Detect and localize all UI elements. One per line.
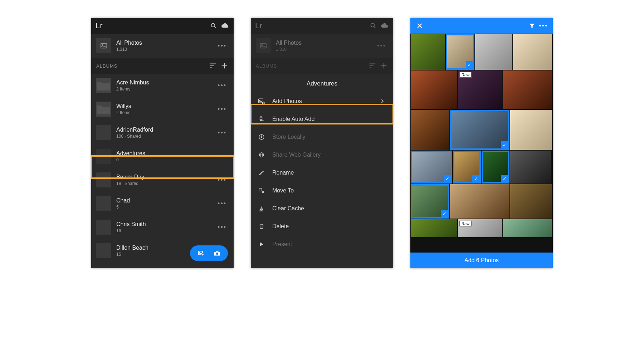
more-icon[interactable]: ••• bbox=[539, 21, 548, 30]
photo-cell[interactable]: ✓ bbox=[450, 110, 509, 150]
album-thumb-empty bbox=[96, 149, 111, 164]
check-icon: ✓ bbox=[444, 175, 451, 182]
menu-item-move-to[interactable]: Move To bbox=[251, 182, 393, 200]
svg-rect-17 bbox=[260, 44, 267, 48]
screen-album-context-menu: Lr All Photos 1,310 ••• ALBUMS bbox=[251, 18, 393, 268]
album-row-chad[interactable]: Chad 5 ••• bbox=[91, 192, 234, 215]
photo-cell[interactable]: Raw bbox=[458, 219, 502, 237]
album-row-chris-smith[interactable]: Chris Smith 16 ••• bbox=[91, 215, 234, 239]
menu-item-enable-auto-add[interactable]: Enable Auto Add bbox=[251, 110, 393, 128]
folder-icon bbox=[96, 102, 111, 117]
move-icon bbox=[257, 186, 266, 195]
cloud-sync-icon[interactable] bbox=[380, 21, 389, 30]
add-album-icon[interactable] bbox=[220, 62, 229, 70]
check-icon: ✓ bbox=[501, 175, 508, 182]
album-sub: 18 · Shared bbox=[116, 181, 210, 186]
all-photos-more-icon[interactable]: ••• bbox=[215, 42, 229, 50]
photo-cell[interactable] bbox=[411, 110, 449, 150]
photo-cell[interactable]: ✓ bbox=[482, 151, 509, 184]
all-photos-count: 1,310 bbox=[276, 47, 370, 52]
photo-cell[interactable]: ✓ bbox=[411, 184, 449, 219]
photo-grid: ✓ Raw ✓ ✓ ✓ ✓ ✓ Raw bbox=[410, 34, 553, 253]
photo-cell[interactable] bbox=[510, 110, 552, 150]
photo-cell[interactable] bbox=[513, 34, 552, 70]
album-more-icon[interactable]: ••• bbox=[215, 129, 229, 137]
photo-cell[interactable]: ✓ bbox=[446, 34, 474, 70]
svg-rect-39 bbox=[259, 188, 262, 191]
albums-header-label: ALBUMS bbox=[256, 63, 277, 69]
album-name: AdrienRadford bbox=[116, 127, 210, 133]
photo-cell[interactable] bbox=[411, 34, 445, 70]
album-row-adrienradford[interactable]: AdrienRadford 100 · Shared ••• bbox=[91, 121, 234, 145]
album-sub: 2 Items bbox=[116, 87, 210, 92]
photo-cell[interactable]: ✓ bbox=[453, 151, 481, 184]
chevron-right-icon bbox=[378, 97, 387, 106]
album-name: Adventures bbox=[116, 150, 210, 157]
sort-icon bbox=[368, 62, 377, 70]
photo-cell[interactable] bbox=[475, 34, 512, 70]
raw-badge: Raw bbox=[459, 221, 472, 226]
svg-rect-5 bbox=[210, 65, 214, 66]
album-sub: 2 Items bbox=[116, 110, 210, 115]
all-photos-count: 1,310 bbox=[116, 47, 210, 52]
search-icon[interactable] bbox=[369, 21, 377, 30]
filter-icon[interactable] bbox=[528, 21, 536, 30]
all-photos-row[interactable]: All Photos 1,310 ••• bbox=[91, 34, 234, 58]
albums-section-header: ALBUMS bbox=[251, 58, 393, 74]
album-more-icon[interactable]: ••• bbox=[215, 200, 229, 207]
menu-item-label: Store Locally bbox=[272, 134, 306, 140]
add-fab[interactable] bbox=[190, 245, 228, 261]
menu-item-delete[interactable]: Delete bbox=[251, 217, 393, 235]
menu-item-add-photos[interactable]: Add Photos bbox=[251, 92, 393, 110]
menu-item-rename[interactable]: Rename bbox=[251, 164, 393, 182]
album-more-icon[interactable]: ••• bbox=[215, 153, 229, 160]
svg-point-15 bbox=[371, 23, 374, 27]
album-more-icon[interactable]: ••• bbox=[215, 224, 229, 231]
album-thumb bbox=[96, 172, 111, 187]
top-bar: Lr bbox=[91, 18, 234, 34]
album-sub: 16 bbox=[116, 228, 210, 233]
auto-add-icon bbox=[257, 115, 266, 123]
photo-cell[interactable] bbox=[411, 70, 457, 109]
photo-cell[interactable] bbox=[503, 219, 552, 237]
search-icon[interactable] bbox=[209, 21, 218, 30]
menu-item-label: Move To bbox=[272, 187, 294, 194]
svg-line-16 bbox=[374, 26, 376, 28]
album-more-icon[interactable]: ••• bbox=[215, 82, 229, 89]
photo-cell[interactable]: ✓ bbox=[411, 151, 452, 184]
all-photos-title: All Photos bbox=[116, 40, 210, 46]
svg-line-43 bbox=[263, 209, 263, 211]
album-more-icon[interactable]: ••• bbox=[215, 176, 229, 184]
svg-line-1 bbox=[214, 26, 216, 28]
app-logo: Lr bbox=[96, 21, 103, 30]
svg-point-18 bbox=[262, 45, 263, 46]
close-icon[interactable] bbox=[415, 21, 424, 30]
add-photos-button[interactable]: Add 6 Photos bbox=[410, 253, 553, 268]
menu-item-share-web-gallery: Share Web Gallery bbox=[251, 146, 393, 164]
all-photos-row: All Photos 1,310 ••• bbox=[251, 34, 393, 58]
album-row-adventures[interactable]: Adventures 0 ••• bbox=[91, 145, 234, 168]
photo-cell[interactable] bbox=[411, 219, 457, 237]
context-menu: Add Photos Enable Auto Add Store Locally… bbox=[251, 92, 393, 253]
album-row-acre-nimbus[interactable]: Acre Nimbus 2 Items ••• bbox=[91, 74, 234, 97]
raw-badge: Raw bbox=[459, 72, 472, 78]
photo-cell[interactable] bbox=[510, 184, 552, 219]
album-row-willys[interactable]: Willys 2 Items ••• bbox=[91, 97, 234, 121]
album-sub: 100 · Shared bbox=[116, 134, 210, 139]
photo-cell[interactable] bbox=[450, 184, 509, 219]
menu-item-label: Share Web Gallery bbox=[272, 152, 321, 158]
svg-rect-21 bbox=[370, 68, 372, 68]
album-row-beach-day[interactable]: Beach Day 18 · Shared ••• bbox=[91, 168, 234, 192]
albums-header-label: ALBUMS bbox=[96, 63, 117, 69]
photo-cell[interactable] bbox=[510, 151, 551, 184]
cloud-sync-icon[interactable] bbox=[221, 21, 229, 30]
album-name: Beach Day bbox=[116, 174, 210, 180]
sort-icon[interactable] bbox=[209, 62, 217, 70]
album-more-icon[interactable]: ••• bbox=[215, 106, 229, 113]
photo-cell[interactable]: Raw bbox=[458, 70, 502, 109]
screen-albums-list: Lr All Photos 1,310 ••• ALBUMS bbox=[91, 18, 234, 268]
menu-item-clear-cache[interactable]: Clear Cache bbox=[251, 200, 393, 217]
check-icon: ✓ bbox=[441, 210, 448, 217]
photo-cell[interactable] bbox=[503, 70, 552, 109]
download-icon bbox=[257, 133, 266, 141]
